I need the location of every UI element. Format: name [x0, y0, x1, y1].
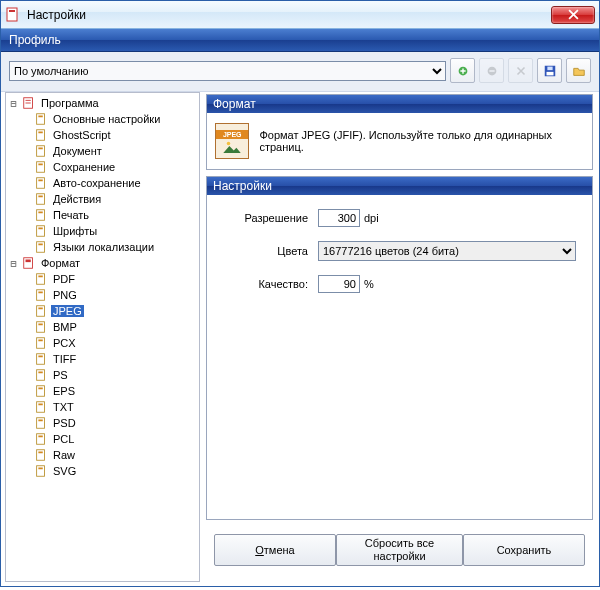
profile-remove-button [479, 58, 504, 83]
tree-label: Raw [51, 449, 77, 461]
doc-icon [33, 239, 49, 255]
close-button[interactable] [551, 6, 595, 24]
svg-rect-22 [37, 226, 45, 237]
tree-item-bmp[interactable]: BMP [6, 319, 199, 335]
tree-label: PCX [51, 337, 78, 349]
resolution-label: Разрешение [223, 212, 318, 224]
tree-item-svg[interactable]: SVG [6, 463, 199, 479]
tree-item[interactable]: GhostScript [6, 127, 199, 143]
profile-label: Профиль [9, 33, 61, 47]
svg-rect-41 [38, 372, 42, 374]
svg-rect-13 [38, 148, 42, 150]
tree-item-psd[interactable]: PSD [6, 415, 199, 431]
profile-add-button[interactable] [450, 58, 475, 83]
reset-button[interactable]: Сбросить все настройки [336, 534, 463, 566]
svg-rect-32 [37, 306, 45, 317]
quality-label: Качество: [223, 278, 318, 290]
svg-rect-46 [37, 418, 45, 429]
tree-item[interactable]: Документ [6, 143, 199, 159]
tree-item-png[interactable]: PNG [6, 287, 199, 303]
doc-icon [33, 223, 49, 239]
svg-rect-25 [38, 244, 42, 246]
tree-item[interactable]: Шрифты [6, 223, 199, 239]
doc-icon [33, 207, 49, 223]
tree-item-jpeg[interactable]: JPEG [6, 303, 199, 319]
footer: Отмена Сбросить все настройки Сохранить [206, 526, 593, 576]
resolution-input[interactable] [318, 209, 360, 227]
svg-rect-14 [37, 162, 45, 173]
format-item-icon [33, 319, 49, 335]
program-icon [21, 95, 37, 111]
svg-rect-8 [37, 114, 45, 125]
svg-rect-51 [38, 452, 42, 454]
quality-input[interactable] [318, 275, 360, 293]
tree-item[interactable]: Авто-сохранение [6, 175, 199, 191]
nav-tree[interactable]: ⊟ Программа Основные настройкиGhostScrip… [5, 92, 200, 582]
svg-rect-53 [38, 468, 42, 470]
svg-rect-21 [38, 212, 42, 214]
svg-rect-40 [37, 370, 45, 381]
format-item-icon [33, 383, 49, 399]
tree-item[interactable]: Основные настройки [6, 111, 199, 127]
tree-item-pcl[interactable]: PCL [6, 431, 199, 447]
svg-rect-5 [546, 71, 553, 75]
tree-item-raw[interactable]: Raw [6, 447, 199, 463]
svg-point-55 [227, 141, 231, 145]
svg-rect-34 [37, 322, 45, 333]
tree-item-eps[interactable]: EPS [6, 383, 199, 399]
svg-rect-47 [38, 420, 42, 422]
tree-label: Авто-сохранение [51, 177, 143, 189]
tree-label: Программа [39, 97, 101, 109]
svg-rect-39 [38, 356, 42, 358]
svg-rect-18 [37, 194, 45, 205]
tree-label: PDF [51, 273, 77, 285]
profile-select[interactable]: По умолчанию [9, 61, 446, 81]
format-item-icon [33, 287, 49, 303]
resolution-unit: dpi [364, 212, 379, 224]
tree-item[interactable]: Сохранение [6, 159, 199, 175]
profile-open-button[interactable] [566, 58, 591, 83]
svg-rect-43 [38, 388, 42, 390]
tree-item[interactable]: Печать [6, 207, 199, 223]
resolution-row: Разрешение dpi [223, 209, 576, 227]
tree-label: Сохранение [51, 161, 117, 173]
save-button[interactable]: Сохранить [463, 534, 585, 566]
format-item-icon [33, 367, 49, 383]
svg-rect-10 [37, 130, 45, 141]
tree-item[interactable]: Действия [6, 191, 199, 207]
settings-panel-header: Настройки [207, 177, 592, 195]
tree-item-txt[interactable]: TXT [6, 399, 199, 415]
tree-label: JPEG [51, 305, 84, 317]
svg-rect-29 [38, 276, 42, 278]
content-area: Формат JPEG Формат JPEG (JFIF). Использу… [204, 92, 599, 582]
tree-item-ps[interactable]: PS [6, 367, 199, 383]
tree-label: TIFF [51, 353, 78, 365]
tree-label: SVG [51, 465, 78, 477]
format-item-icon [33, 303, 49, 319]
svg-rect-17 [38, 180, 42, 182]
svg-rect-15 [38, 164, 42, 166]
tree-label: PCL [51, 433, 76, 445]
svg-rect-20 [37, 210, 45, 221]
profile-row: По умолчанию [1, 52, 599, 92]
tree-label: Документ [51, 145, 104, 157]
format-panel-header: Формат [207, 95, 592, 113]
tree-root-program[interactable]: ⊟ Программа [6, 95, 199, 111]
tree-label: PSD [51, 417, 78, 429]
svg-rect-16 [37, 178, 45, 189]
svg-rect-23 [38, 228, 42, 230]
tree-item-pdf[interactable]: PDF [6, 271, 199, 287]
collapse-icon[interactable]: ⊟ [8, 258, 19, 269]
svg-rect-9 [38, 116, 42, 118]
tree-item-pcx[interactable]: PCX [6, 335, 199, 351]
format-description: Формат JPEG (JFIF). Используйте только д… [259, 129, 584, 153]
cancel-button[interactable]: Отмена [214, 534, 336, 566]
colors-select[interactable]: 16777216 цветов (24 бита) [318, 241, 576, 261]
collapse-icon[interactable]: ⊟ [8, 98, 19, 109]
format-item-icon [33, 447, 49, 463]
tree-root-format[interactable]: ⊟ Формат [6, 255, 199, 271]
tree-item-tiff[interactable]: TIFF [6, 351, 199, 367]
profile-save-button[interactable] [537, 58, 562, 83]
tree-item[interactable]: Языки локализации [6, 239, 199, 255]
format-item-icon [33, 431, 49, 447]
